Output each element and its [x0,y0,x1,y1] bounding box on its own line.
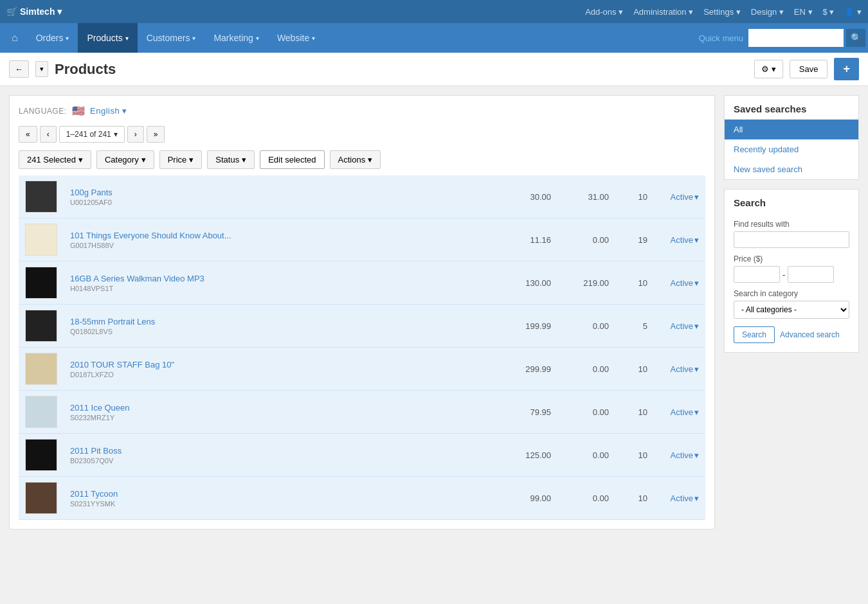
global-search-input[interactable] [751,33,841,43]
brand-caret: ▾ [57,6,62,17]
product-status[interactable]: Active ▾ [660,278,699,288]
status-caret-icon: ▾ [694,235,699,245]
product-price2: 0.00 [557,477,615,520]
status-caret-icon: ▾ [694,407,699,417]
back-button[interactable]: ← [9,60,29,78]
search-button[interactable]: Search [734,326,775,343]
product-status[interactable]: Active ▾ [660,450,699,460]
product-code: S0232MRZ1Y [70,414,493,422]
price-to-input[interactable] [788,266,834,283]
header-dropdown-button[interactable]: ▾ [35,61,48,77]
language-selector[interactable]: English ▾ [90,106,127,116]
product-status-cell: Active ▾ [654,391,705,434]
pagination-next[interactable]: › [127,126,144,143]
product-img-cell [19,305,64,348]
category-select[interactable]: - All categories - Electronics Books Spo… [734,301,849,319]
edit-selected-button[interactable]: Edit selected [260,150,324,169]
product-name[interactable]: 2010 TOUR STAFF Bag 10" [70,360,493,369]
nav-marketing[interactable]: Marketing ▾ [204,23,267,53]
pagination-caret: ▾ [114,130,118,139]
nav-products[interactable]: Products ▾ [78,23,137,53]
find-input[interactable] [734,231,849,248]
product-code: D0187LXFZO [70,371,493,378]
language-name: English [90,106,120,116]
product-name[interactable]: 101 Things Everyone Should Know About... [70,231,493,240]
category-filter-button[interactable]: Category ▾ [96,150,154,169]
product-price1: 30.00 [500,175,557,218]
nav-products-label: Products [87,33,122,43]
selected-count-button[interactable]: 241 Selected ▾ [19,150,91,169]
price-filter-button[interactable]: Price ▾ [159,150,203,169]
status-caret-icon: ▾ [694,364,699,374]
product-code: Q01802L8VS [70,328,493,335]
nav-home[interactable]: ⌂ [3,23,27,53]
saved-search-item[interactable]: Recently updated [725,139,858,159]
currency-menu[interactable]: $ ▾ [823,7,835,17]
selected-caret-icon: ▾ [78,155,83,164]
saved-search-item[interactable]: New saved search [725,159,858,179]
add-product-button[interactable]: + [834,58,859,80]
product-info-cell: 2010 TOUR STAFF Bag 10" D0187LXFZO [64,348,500,391]
category-caret-icon: ▾ [141,155,146,164]
home-icon: ⌂ [12,32,18,44]
addons-menu[interactable]: Add-ons ▾ [585,7,623,17]
status-label: Status [215,155,239,164]
product-price2: 31.00 [557,175,615,218]
quick-menu-link[interactable]: Quick menu [699,33,743,43]
page-header: ← ▾ Products ⚙ ▾ Save + [0,53,868,86]
status-caret-icon: ▾ [242,155,246,164]
product-name[interactable]: 2011 Ice Queen [70,403,493,413]
search-actions: Search Advanced search [734,326,849,343]
global-search-button[interactable]: 🔍 [846,29,865,47]
language-menu[interactable]: EN ▾ [794,7,813,17]
status-filter-button[interactable]: Status ▾ [207,150,255,169]
administration-menu[interactable]: Administration ▾ [633,7,693,17]
actions-button[interactable]: Actions ▾ [330,150,381,169]
product-status-cell: Active ▾ [654,348,705,391]
product-status[interactable]: Active ▾ [660,321,699,331]
product-status[interactable]: Active ▾ [660,192,699,202]
gear-icon: ⚙ [761,64,769,74]
price-from-input[interactable] [734,266,780,283]
product-price2: 0.00 [557,348,615,391]
settings-menu[interactable]: Settings ▾ [703,7,741,17]
customers-caret-icon: ▾ [192,35,195,42]
product-status[interactable]: Active ▾ [660,364,699,374]
pagination-prev[interactable]: ‹ [40,126,57,143]
product-name[interactable]: 18-55mm Portrait Lens [70,317,493,326]
product-img-cell [19,477,64,520]
top-nav-right: Add-ons ▾ Administration ▾ Settings ▾ De… [585,7,862,17]
product-img-cell [19,175,64,218]
settings-gear-button[interactable]: ⚙ ▾ [754,60,783,78]
product-name[interactable]: 2011 Pit Boss [70,446,493,456]
pagination-info[interactable]: 1–241 of 241 ▾ [59,126,125,143]
advanced-search-button[interactable]: Advanced search [780,326,840,343]
product-price2: 0.00 [557,218,615,262]
nav-customers[interactable]: Customers ▾ [138,23,205,53]
pagination-last[interactable]: » [147,126,165,143]
cart-icon: 🛒 [6,6,17,17]
user-menu[interactable]: 👤 ▾ [844,7,862,17]
product-quantity: 10 [615,391,654,434]
product-thumbnail [25,310,57,342]
nav-orders[interactable]: Orders ▾ [27,23,78,53]
product-price2: 0.00 [557,305,615,348]
product-quantity: 10 [615,262,654,305]
brand-logo[interactable]: 🛒 Simtech ▾ [6,6,62,17]
design-menu[interactable]: Design ▾ [751,7,784,17]
product-status[interactable]: Active ▾ [660,407,699,417]
product-status[interactable]: Active ▾ [660,493,699,503]
product-status[interactable]: Active ▾ [660,235,699,245]
save-button[interactable]: Save [790,60,828,78]
product-name[interactable]: 100g Pants [70,188,493,197]
nav-website[interactable]: Website ▾ [268,23,324,53]
product-code: S0231YYSMK [70,500,493,508]
saved-search-item[interactable]: All [725,120,858,139]
pagination-first[interactable]: « [19,126,37,143]
table-row: 101 Things Everyone Should Know About...… [19,218,705,262]
main-panel: LANGUAGE: 🇺🇸 English ▾ « ‹ 1–241 of 241 … [9,95,715,529]
nav-orders-label: Orders [36,33,64,43]
product-name[interactable]: 16GB A Series Walkman Video MP3 [70,274,493,283]
product-name[interactable]: 2011 Tycoon [70,489,493,499]
price-separator: - [782,270,785,280]
